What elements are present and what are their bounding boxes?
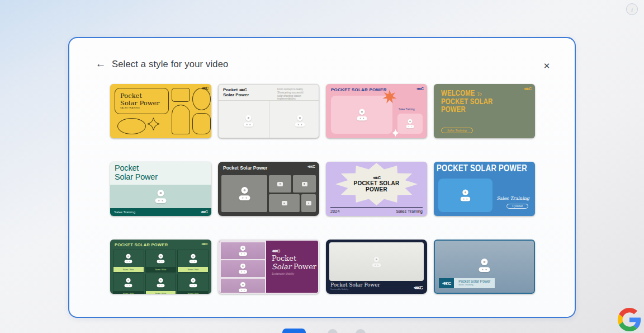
decor-rect bbox=[172, 88, 190, 102]
back-button[interactable]: ← bbox=[94, 57, 107, 71]
media-slot-icon bbox=[435, 251, 534, 280]
card-title-line: Pocket bbox=[115, 163, 139, 172]
style-card-dark-grid[interactable]: Pocket Solar Power ⋘C bbox=[218, 162, 319, 216]
card-label: Sales Training bbox=[496, 196, 529, 201]
image-placeholder-icon bbox=[125, 254, 132, 264]
image-placeholder-icon bbox=[239, 264, 247, 274]
cymbal-logo: ⋘C bbox=[201, 210, 207, 214]
media-column bbox=[219, 241, 266, 293]
image-placeholder-icon bbox=[277, 182, 283, 186]
decor-oval bbox=[117, 118, 146, 134]
media-slot bbox=[280, 107, 319, 135]
card-title-line: POWER bbox=[366, 186, 387, 193]
roster-cell: Name / Role bbox=[177, 274, 209, 294]
image-placeholder-icon bbox=[357, 109, 367, 121]
decor-ellipse bbox=[192, 88, 211, 110]
name-role-label: Name / Role bbox=[155, 293, 166, 294]
style-card-olive-welcome[interactable]: ⋘C WELCOME To POCKET SOLAR POWER Sales T… bbox=[434, 84, 535, 138]
style-card-slate[interactable]: ⋘C Pocket Solar Power Sales Training bbox=[434, 240, 535, 294]
page-indicator-2[interactable] bbox=[328, 329, 338, 333]
style-card-blue[interactable]: POCKET SOLAR POWER Sales Training Cymbal bbox=[434, 162, 535, 216]
image-placeholder-icon bbox=[479, 259, 490, 272]
style-card-lavender-splat[interactable]: ⋘C POCKET SOLARPOWER 2024 Sales Training bbox=[326, 162, 427, 216]
name-role-label: Name / Role bbox=[155, 269, 166, 271]
media-slot bbox=[221, 242, 265, 259]
image-placeholder-icon bbox=[461, 190, 471, 201]
card-title: Pocket Solar Power bbox=[330, 282, 380, 288]
footer-label: Sales Training bbox=[396, 209, 423, 214]
media-slot-icon bbox=[397, 114, 423, 134]
image-placeholder-icon bbox=[125, 278, 132, 288]
footer-label: Sales Training bbox=[114, 210, 135, 214]
close-button[interactable]: ✕ bbox=[541, 60, 552, 72]
cymbal-logo: ⋘C bbox=[373, 176, 380, 180]
cymbal-logo: ⋘C bbox=[416, 87, 423, 91]
carousel-pagination bbox=[0, 327, 644, 333]
info-icon: i bbox=[631, 6, 633, 13]
media-slot-icon bbox=[438, 179, 493, 212]
footer-year: 2024 bbox=[330, 209, 340, 214]
cymbal-logo: ⋘C bbox=[239, 88, 246, 92]
style-card-yellow-shapes[interactable]: PocketSolar Power SALES TRAINING ⋘C bbox=[110, 84, 211, 138]
image-placeholder-icon bbox=[243, 115, 253, 127]
card-title: POCKET SOLAR POWER bbox=[331, 87, 387, 92]
back-arrow-icon: ← bbox=[96, 58, 106, 70]
media-slot-icon bbox=[221, 175, 267, 212]
image-placeholder-icon bbox=[155, 190, 167, 203]
headline-line: POWER bbox=[441, 105, 493, 114]
card-headline: WELCOME To POCKET SOLAR POWER bbox=[441, 89, 509, 114]
media-slot bbox=[229, 107, 268, 135]
roster-cell: Name / Role bbox=[145, 274, 177, 294]
card-title-line: Solar Power bbox=[223, 92, 249, 97]
roster-cell: Name / Role bbox=[113, 250, 144, 273]
dialog-title: Select a style for your video bbox=[112, 59, 228, 69]
cymbal-logo: ⋘C bbox=[201, 242, 207, 246]
card-title: POCKET SOLAR POWER bbox=[115, 242, 168, 247]
lower-third: ⋘C Pocket Solar Power Sales Training bbox=[439, 278, 495, 288]
media-slot-icon bbox=[110, 185, 211, 208]
image-placeholder-icon bbox=[282, 201, 287, 205]
info-button[interactable]: i bbox=[626, 3, 638, 15]
splat-shape: ⋘C POCKET SOLARPOWER bbox=[335, 163, 418, 205]
style-card-mint[interactable]: PocketSolar Power Sales Training ⋘C bbox=[110, 162, 211, 216]
roster-cell: Name / Role bbox=[113, 274, 144, 294]
page-indicator-active[interactable] bbox=[282, 329, 306, 333]
card-tagline: From concept to reality. Showcasing succ… bbox=[277, 88, 307, 101]
style-card-light-panels[interactable]: Pocket ⋘C Solar Power From concept to re… bbox=[218, 84, 319, 138]
image-placeholder-icon bbox=[157, 278, 165, 288]
style-card-pink[interactable]: POCKET SOLAR POWER ⋘C Sales Training bbox=[326, 84, 427, 138]
name-role-label: Name / Role bbox=[187, 269, 198, 271]
media-slot bbox=[221, 279, 265, 294]
media-slot-icon bbox=[329, 242, 424, 281]
name-role-label: Name / Role bbox=[187, 293, 198, 294]
media-slot bbox=[221, 260, 265, 277]
image-placeholder-icon bbox=[157, 254, 165, 264]
title-frame: PocketSolar Power SALES TRAINING bbox=[115, 88, 169, 114]
style-card-green-roster[interactable]: POCKET SOLAR POWER ⋘C Name / Role Name /… bbox=[110, 240, 211, 294]
card-label: Sales Training bbox=[399, 108, 415, 111]
style-card-plum[interactable]: ⋘C PocketSolar Power Sustainable Mobilit… bbox=[218, 240, 319, 294]
style-picker-dialog: ← Select a style for your video ✕ Pocket… bbox=[68, 37, 576, 318]
cymbal-logo: ⋘C bbox=[442, 281, 451, 286]
image-placeholder-icon bbox=[295, 115, 305, 127]
card-tag-pill: Sales Training bbox=[441, 128, 473, 133]
roster-grid: Name / Role Name / Role Name / Role Name… bbox=[113, 250, 209, 291]
style-card-navy-frame[interactable]: Pocket Solar Power Sustainable Mobility … bbox=[326, 240, 427, 294]
roster-cell: Name / Role bbox=[145, 250, 177, 273]
image-placeholder-icon bbox=[372, 257, 381, 267]
close-icon: ✕ bbox=[543, 61, 551, 71]
sparkle-icon bbox=[391, 129, 400, 137]
card-title: Pocket ⋘C Solar Power bbox=[223, 87, 249, 97]
card-title: PocketSolar Power bbox=[115, 164, 158, 181]
cymbal-logo: ⋘C bbox=[201, 86, 208, 91]
style-grid: PocketSolar Power SALES TRAINING ⋘C Pock… bbox=[110, 84, 535, 294]
image-placeholder-icon bbox=[189, 254, 197, 264]
card-subtitle: SALES TRAINING bbox=[120, 107, 150, 109]
cymbal-logo: ⋘C bbox=[414, 285, 423, 290]
media-slot bbox=[269, 175, 291, 193]
image-placeholder-icon bbox=[302, 182, 307, 186]
decor-squircle bbox=[192, 113, 211, 134]
decor-arch bbox=[172, 105, 190, 134]
page-indicator-3[interactable] bbox=[356, 329, 366, 333]
card-title-line: Pocket bbox=[223, 87, 238, 92]
